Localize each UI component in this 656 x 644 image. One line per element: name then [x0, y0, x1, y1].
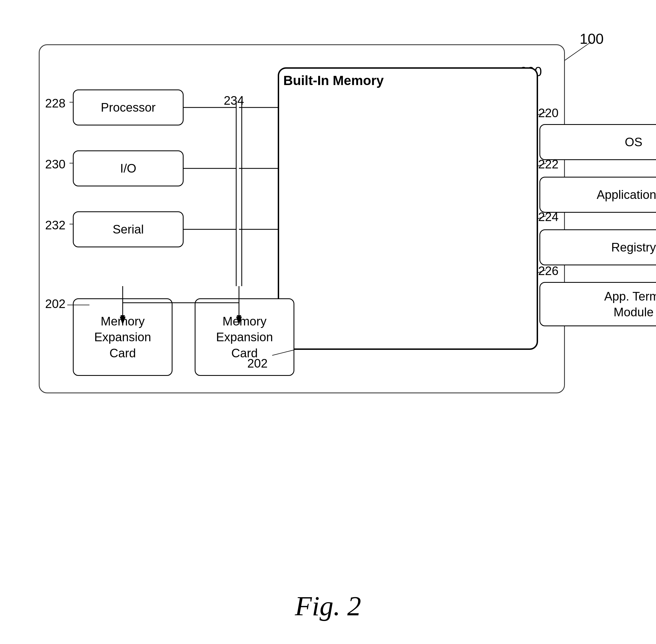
- label-202-right: 202: [247, 356, 267, 370]
- expansion-card-left-label: MemoryExpansionCard: [94, 313, 151, 361]
- io-box: I/O: [73, 151, 184, 186]
- label-228: 228: [45, 96, 65, 110]
- expansion-card-right: MemoryExpansionCard: [195, 298, 295, 376]
- label-100: 100: [580, 30, 604, 47]
- serial-box: Serial: [73, 211, 184, 247]
- label-202-left: 202: [45, 297, 65, 311]
- os-box: OS: [539, 124, 656, 160]
- builtin-memory-title: Built-In Memory: [283, 73, 384, 88]
- label-100-line: [564, 42, 591, 61]
- expansion-card-left: MemoryExpansionCard: [73, 298, 172, 376]
- processor-label: Processor: [101, 100, 156, 114]
- app-box: Application(s): [539, 177, 656, 213]
- os-label: OS: [625, 135, 642, 149]
- appterm-box: App. Term.Module: [539, 282, 656, 326]
- main-box: 200 228 230 232 234 220 222 224 226 Proc…: [39, 44, 565, 393]
- figure-caption-text: Fig. 2: [295, 591, 361, 621]
- label-230: 230: [45, 157, 65, 171]
- processor-box: Processor: [73, 90, 184, 125]
- label-234: 234: [224, 94, 244, 108]
- figure-caption: Fig. 2: [295, 590, 361, 622]
- appterm-label: App. Term.Module: [604, 289, 656, 320]
- expansion-card-right-label: MemoryExpansionCard: [216, 313, 273, 361]
- io-label: I/O: [120, 161, 137, 175]
- builtin-memory-box: OS Application(s) Registry App. Term.Mod…: [278, 67, 538, 350]
- registry-label: Registry: [611, 240, 656, 254]
- diagram-container: 100 200 228 230 232 234 220 222 224 226 …: [22, 22, 631, 465]
- serial-label: Serial: [113, 223, 144, 236]
- app-label: Application(s): [597, 188, 656, 202]
- label-202-left-line: [67, 305, 90, 305]
- label-232: 232: [45, 218, 65, 232]
- registry-box: Registry: [539, 229, 656, 266]
